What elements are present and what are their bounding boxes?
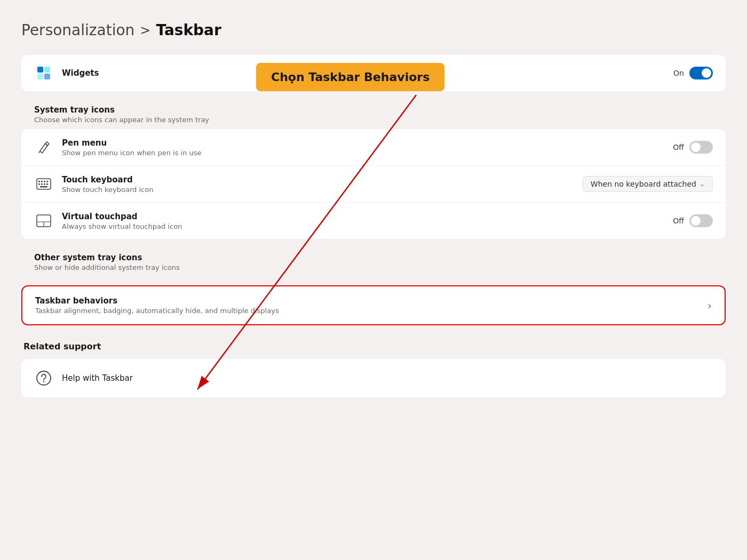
other-tray-subtitle: Show or hide additional system tray icon…: [34, 263, 713, 271]
virtual-touchpad-toggle-label: Off: [673, 217, 684, 225]
taskbar-behaviors-subtitle: Taskbar alignment, badging, automaticall…: [35, 307, 279, 315]
help-taskbar-icon: [34, 369, 53, 388]
widgets-card: Widgets On: [21, 55, 726, 91]
system-tray-subtitle: Choose which icons can appear in the sys…: [34, 116, 713, 124]
svg-rect-7: [41, 181, 43, 182]
pen-menu-toggle-switch[interactable]: [689, 141, 713, 154]
svg-rect-6: [38, 181, 40, 182]
svg-rect-13: [46, 183, 48, 185]
svg-rect-11: [41, 183, 43, 185]
breadcrumb-separator: >: [140, 23, 150, 38]
svg-point-19: [43, 381, 44, 382]
touch-keyboard-row[interactable]: Touch keyboard Show touch keyboard icon …: [21, 166, 726, 203]
svg-rect-9: [46, 181, 48, 182]
svg-rect-8: [44, 181, 45, 182]
widgets-row[interactable]: Widgets On: [21, 55, 726, 91]
virtual-touchpad-control[interactable]: Off: [673, 214, 713, 227]
pen-menu-toggle-label: Off: [673, 143, 684, 151]
other-tray-title: Other system tray icons: [34, 253, 713, 262]
virtual-touchpad-row[interactable]: Virtual touchpad Always show virtual tou…: [21, 203, 726, 239]
pen-menu-subtitle: Show pen menu icon when pen is in use: [62, 149, 202, 157]
touch-keyboard-dropdown[interactable]: When no keyboard attached: [583, 176, 713, 192]
widgets-toggle-label: On: [673, 69, 684, 77]
svg-point-18: [37, 371, 51, 385]
tray-items-card: Pen menu Show pen menu icon when pen is …: [21, 129, 726, 239]
breadcrumb-parent[interactable]: Personalization: [21, 21, 134, 39]
svg-rect-0: [37, 67, 43, 73]
svg-rect-10: [38, 183, 40, 185]
breadcrumb: Personalization > Taskbar: [21, 21, 726, 39]
virtual-touchpad-icon: [34, 211, 53, 230]
widgets-toggle-switch[interactable]: [689, 67, 713, 79]
help-taskbar-label: Help with Taskbar: [62, 373, 133, 383]
taskbar-behaviors-title: Taskbar behaviors: [35, 296, 279, 306]
related-support-title: Related support: [21, 329, 726, 359]
svg-rect-14: [40, 186, 47, 188]
virtual-touchpad-subtitle: Always show virtual touchpad icon: [62, 222, 182, 230]
touch-keyboard-icon: [34, 174, 53, 194]
svg-rect-12: [44, 183, 45, 185]
breadcrumb-current: Taskbar: [156, 21, 221, 39]
svg-line-4: [39, 151, 40, 153]
widgets-toggle[interactable]: On: [673, 67, 713, 79]
other-tray-section-header: Other system tray icons Show or hide add…: [21, 242, 726, 277]
taskbar-behaviors-row[interactable]: Taskbar behaviors Taskbar alignment, bad…: [21, 285, 726, 325]
svg-rect-3: [44, 74, 50, 79]
pen-menu-row[interactable]: Pen menu Show pen menu icon when pen is …: [21, 129, 726, 166]
touch-keyboard-subtitle: Show touch keyboard icon: [62, 186, 153, 194]
pen-menu-control[interactable]: Off: [673, 141, 713, 154]
system-tray-title: System tray icons: [34, 105, 713, 115]
taskbar-behaviors-chevron: ›: [708, 299, 712, 312]
widgets-icon: [34, 63, 53, 83]
touch-keyboard-title: Touch keyboard: [62, 175, 153, 185]
widgets-label: Widgets: [62, 68, 99, 78]
svg-rect-2: [37, 74, 43, 79]
pen-menu-title: Pen menu: [62, 138, 202, 148]
touch-keyboard-dropdown-label: When no keyboard attached: [591, 180, 696, 188]
virtual-touchpad-title: Virtual touchpad: [62, 212, 182, 221]
system-tray-section-header: System tray icons Choose which icons can…: [21, 94, 726, 129]
virtual-touchpad-toggle-switch[interactable]: [689, 214, 713, 227]
svg-rect-1: [44, 67, 50, 73]
help-taskbar-row[interactable]: Help with Taskbar: [21, 359, 726, 397]
touch-keyboard-control[interactable]: When no keyboard attached: [583, 176, 713, 192]
pen-menu-icon: [34, 138, 53, 157]
